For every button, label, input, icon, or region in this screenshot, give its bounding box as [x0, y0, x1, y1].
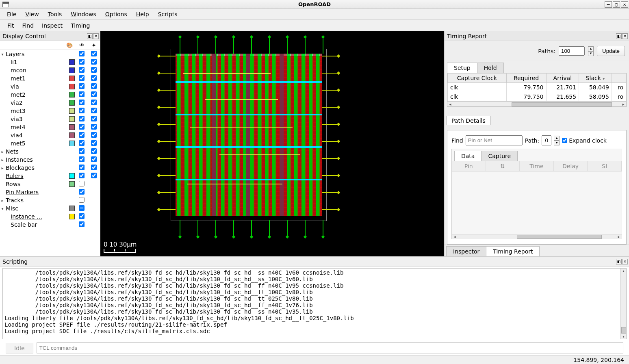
dc-row-rulers[interactable]: Rulers — [0, 172, 100, 180]
tab-inspector[interactable]: Inspector — [446, 246, 486, 256]
toolbar-fit[interactable]: Fit — [7, 22, 14, 29]
panel-close-button[interactable]: ✕ — [622, 33, 628, 39]
dc-sel-checkbox[interactable] — [91, 67, 97, 73]
dc-vis-checkbox[interactable] — [79, 205, 85, 211]
dc-row-instance-[interactable]: Instance … — [0, 212, 100, 221]
timing-row[interactable]: clk79.75021.65558.095ro — [448, 92, 626, 102]
paths-spin-up[interactable]: ▲ — [588, 46, 594, 51]
dc-sel-checkbox[interactable] — [91, 140, 97, 146]
panel-close-button[interactable]: ✕ — [93, 33, 99, 39]
paths-input[interactable] — [559, 46, 585, 56]
dc-row-met1[interactable]: met1 — [0, 74, 100, 82]
dc-sel-checkbox[interactable] — [91, 83, 97, 89]
dc-row-via2[interactable]: via2 — [0, 99, 100, 107]
dc-row-blockages[interactable]: ▸Blockages — [0, 164, 100, 172]
dc-vis-checkbox[interactable] — [79, 51, 85, 56]
toolbar-find[interactable]: Find — [22, 22, 34, 29]
dc-vis-checkbox[interactable] — [79, 148, 85, 154]
dc-sel-checkbox[interactable] — [91, 132, 97, 138]
path-table-hscroll[interactable]: ◂▸ — [452, 234, 622, 239]
path-spin-up[interactable]: ▲ — [554, 136, 560, 141]
dc-row-layers[interactable]: ▾Layers — [0, 50, 100, 58]
maximize-button[interactable]: ▢ — [613, 1, 620, 8]
panel-float-button[interactable]: ◧ — [87, 33, 93, 39]
dc-vis-checkbox[interactable] — [79, 124, 85, 130]
dc-sel-checkbox[interactable] — [91, 100, 97, 105]
toolbar-timing[interactable]: Timing — [71, 22, 90, 29]
dc-sel-checkbox[interactable] — [91, 51, 97, 56]
dc-row-via3[interactable]: via3 — [0, 115, 100, 123]
dc-row-met4[interactable]: met4 — [0, 123, 100, 131]
layout-view[interactable]: 0 10 30µm — [100, 31, 444, 256]
close-button[interactable]: ✕ — [621, 1, 628, 8]
dc-row-tracks[interactable]: ▸Tracks — [0, 196, 100, 204]
dc-vis-checkbox[interactable] — [79, 165, 85, 170]
tab-timing-report[interactable]: Timing Report — [486, 246, 540, 256]
scripting-input[interactable] — [37, 342, 623, 353]
dc-vis-checkbox[interactable] — [79, 91, 85, 97]
find-input[interactable] — [466, 135, 523, 145]
dc-sel-checkbox[interactable] — [91, 173, 97, 178]
dc-vis-checkbox[interactable] — [79, 116, 85, 121]
panel-close-button[interactable]: ✕ — [622, 259, 628, 264]
timing-row[interactable]: clk79.75021.70158.049ro — [448, 83, 626, 92]
dc-vis-checkbox[interactable] — [79, 156, 85, 162]
dc-vis-checkbox[interactable] — [79, 189, 85, 195]
toolbar-inspect[interactable]: Inspect — [42, 22, 63, 29]
menu-windows[interactable]: Windows — [67, 10, 100, 18]
path-spin-down[interactable]: ▼ — [554, 141, 560, 145]
dc-vis-checkbox[interactable] — [79, 213, 85, 219]
dc-row-mcon[interactable]: mcon — [0, 66, 100, 74]
dc-row-scale-bar[interactable]: Scale bar — [0, 221, 100, 229]
tab-hold[interactable]: Hold — [477, 63, 504, 73]
dc-sel-checkbox[interactable] — [91, 124, 97, 130]
expand-clock-check[interactable]: Expand clock — [562, 137, 607, 144]
tab-setup[interactable]: Setup — [447, 63, 477, 73]
timing-table[interactable]: Capture ClockRequiredArrivalSlack ▾ clk7… — [447, 73, 627, 102]
dc-sel-checkbox[interactable] — [91, 148, 97, 154]
display-control-tree[interactable]: ▾Layersli1mconmet1viamet2via2met3via3met… — [0, 50, 100, 256]
dc-vis-checkbox[interactable] — [79, 67, 85, 73]
update-button[interactable]: Update — [597, 46, 625, 56]
dc-vis-checkbox[interactable] — [79, 83, 85, 89]
dc-sel-checkbox[interactable] — [91, 165, 97, 170]
dc-row-instances[interactable]: ▸Instances — [0, 156, 100, 164]
dc-sel-checkbox[interactable] — [91, 116, 97, 121]
dc-vis-checkbox[interactable] — [79, 181, 85, 186]
dc-vis-checkbox[interactable] — [79, 59, 85, 65]
tab-path-details[interactable]: Path Details — [446, 116, 491, 125]
dc-row-nets[interactable]: ▸Nets — [0, 147, 100, 156]
dc-sel-checkbox[interactable] — [91, 75, 97, 81]
scripting-vscroll[interactable]: ▴▾ — [620, 269, 626, 339]
paths-spin-down[interactable]: ▼ — [588, 51, 594, 56]
dc-sel-checkbox[interactable] — [91, 91, 97, 97]
dc-vis-checkbox[interactable] — [79, 173, 85, 178]
menu-scripts[interactable]: Scripts — [154, 10, 181, 18]
dc-row-rows[interactable]: Rows — [0, 180, 100, 188]
menu-file[interactable]: File — [3, 10, 20, 18]
panel-float-button[interactable]: ◧ — [616, 33, 622, 39]
dc-vis-checkbox[interactable] — [79, 75, 85, 81]
minimize-button[interactable]: — — [605, 1, 612, 8]
menu-help[interactable]: Help — [132, 10, 153, 18]
dc-row-met2[interactable]: met2 — [0, 91, 100, 99]
panel-float-button[interactable]: ◧ — [616, 259, 622, 264]
dc-row-misc[interactable]: ▾Misc — [0, 204, 100, 212]
menu-options[interactable]: Options — [102, 10, 131, 18]
dc-sel-checkbox[interactable] — [91, 108, 97, 113]
dc-row-met5[interactable]: met5 — [0, 139, 100, 147]
dc-vis-checkbox[interactable] — [79, 197, 85, 203]
timing-table-hscroll[interactable]: ◂▸ — [447, 102, 627, 107]
dc-sel-checkbox[interactable] — [91, 156, 97, 162]
path-data-table[interactable]: Pin⇅TimeDelaySl ◂▸ — [452, 161, 622, 239]
path-index-input[interactable] — [542, 135, 551, 145]
dc-vis-checkbox[interactable] — [79, 108, 85, 113]
dc-row-via4[interactable]: via4 — [0, 131, 100, 139]
dc-vis-checkbox[interactable] — [79, 221, 85, 227]
dc-row-via[interactable]: via — [0, 82, 100, 91]
dc-row-pin-markers[interactable]: Pin Markers — [0, 188, 100, 196]
tab-data[interactable]: Data — [454, 151, 482, 161]
dc-row-li1[interactable]: li1 — [0, 58, 100, 66]
dc-vis-checkbox[interactable] — [79, 100, 85, 105]
dc-row-met3[interactable]: met3 — [0, 107, 100, 115]
